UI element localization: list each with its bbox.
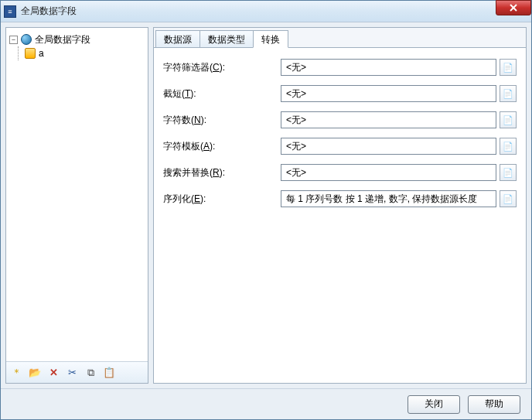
input-truncate[interactable] — [281, 85, 496, 102]
tree-root-label: 全局数据字段 — [35, 33, 90, 46]
edit-serialize-button[interactable]: 📄 — [500, 190, 517, 207]
titlebar: ≡ 全局数据字段 — [1, 1, 531, 22]
edit-icon: 📄 — [503, 168, 513, 178]
row-char-filter: 字符筛选器(C): 📄 — [163, 59, 517, 76]
tab-bar: 数据源 数据类型 转换 — [154, 28, 526, 48]
label-serialize: 序列化(E): — [163, 193, 281, 206]
label-char-tpl: 字符模板(A): — [163, 140, 281, 153]
input-char-count[interactable] — [281, 111, 496, 128]
edit-icon: 📄 — [503, 89, 513, 99]
input-char-filter[interactable] — [281, 59, 496, 76]
edit-icon: 📄 — [503, 142, 513, 152]
open-icon[interactable]: 📂 — [28, 366, 42, 380]
row-search-rep: 搜索并替换(R): 📄 — [163, 164, 517, 181]
tab-datasource-label: 数据源 — [164, 34, 192, 45]
tab-datatype[interactable]: 数据类型 — [200, 30, 254, 47]
copy-icon[interactable]: ⧉ — [84, 366, 97, 380]
tree-line — [18, 46, 19, 60]
input-search-rep[interactable] — [281, 164, 496, 181]
window-title: 全局数据字段 — [21, 5, 77, 18]
tab-transform[interactable]: 转换 — [253, 30, 288, 48]
edit-char-tpl-button[interactable]: 📄 — [500, 138, 517, 155]
help-button[interactable]: 帮助 — [468, 395, 520, 414]
close-dialog-button[interactable]: 关闭 — [408, 395, 460, 414]
close-icon — [510, 4, 517, 12]
edit-search-rep-button[interactable]: 📄 — [500, 164, 517, 181]
tab-content-transform: 字符筛选器(C): 📄 截短(T): 📄 字符数(N): 📄 字符模板(A): — [154, 48, 526, 383]
tab-datatype-label: 数据类型 — [208, 34, 245, 45]
label-truncate: 截短(T): — [163, 87, 281, 101]
app-icon: ≡ — [4, 5, 16, 18]
tree-child-label: a — [39, 48, 44, 59]
tab-datasource[interactable]: 数据源 — [155, 30, 200, 47]
tree-panel: − 全局数据字段 a ＊ 📂 ✕ ✂ ⧉ 📋 — [5, 27, 148, 384]
row-truncate: 截短(T): 📄 — [163, 85, 517, 102]
tree-child-row[interactable]: a — [9, 46, 145, 60]
edit-char-count-button[interactable]: 📄 — [500, 111, 517, 128]
properties-panel: 数据源 数据类型 转换 字符筛选器(C): 📄 截短(T): 📄 字符数(N): — [153, 27, 527, 384]
close-button[interactable] — [496, 0, 531, 15]
label-search-rep: 搜索并替换(R): — [163, 166, 281, 179]
edit-icon: 📄 — [503, 194, 513, 204]
input-serialize[interactable] — [281, 190, 496, 207]
tree-toolbar: ＊ 📂 ✕ ✂ ⧉ 📋 — [6, 361, 148, 383]
label-char-filter: 字符筛选器(C): — [163, 61, 281, 74]
edit-truncate-button[interactable]: 📄 — [500, 85, 517, 102]
tree-collapse-icon[interactable]: − — [9, 36, 18, 44]
database-icon — [25, 48, 36, 59]
dialog-footer: 关闭 帮助 — [1, 388, 531, 419]
row-serialize: 序列化(E): 📄 — [163, 190, 517, 207]
label-char-count: 字符数(N): — [163, 114, 281, 127]
cut-icon[interactable]: ✂ — [65, 366, 79, 380]
new-icon[interactable]: ＊ — [9, 366, 23, 380]
delete-icon[interactable]: ✕ — [46, 366, 60, 380]
globe-icon — [21, 34, 32, 45]
edit-icon: 📄 — [503, 115, 513, 125]
edit-char-filter-button[interactable]: 📄 — [500, 59, 517, 76]
row-char-count: 字符数(N): 📄 — [163, 111, 517, 128]
content-area: − 全局数据字段 a ＊ 📂 ✕ ✂ ⧉ 📋 — [1, 22, 531, 388]
input-char-tpl[interactable] — [281, 138, 496, 155]
dialog-window: ≡ 全局数据字段 − 全局数据字段 a — [0, 0, 532, 420]
tree-view[interactable]: − 全局数据字段 a — [6, 28, 148, 361]
edit-icon: 📄 — [503, 63, 513, 73]
paste-icon[interactable]: 📋 — [102, 366, 116, 380]
row-char-tpl: 字符模板(A): 📄 — [163, 138, 517, 155]
tree-root-row[interactable]: − 全局数据字段 — [9, 32, 145, 46]
tab-transform-label: 转换 — [261, 34, 280, 45]
